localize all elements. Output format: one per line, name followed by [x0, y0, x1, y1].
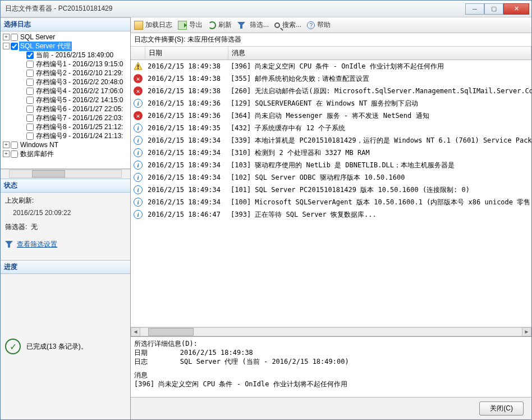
maximize-button[interactable]: ▢ — [484, 3, 503, 15]
row-message: [364] 尚未启动 Messenger 服务 - 将不发送 NetSend 通… — [228, 111, 531, 121]
grid-hscrollbar[interactable]: ◄► — [131, 327, 531, 336]
tree-checkbox[interactable] — [26, 61, 34, 68]
right-panel: 加载日志 导出 刷新 筛选... 搜索... ?帮助 日志文件摘要(S): 未应… — [131, 17, 531, 419]
view-filter-link[interactable]: 查看筛选设置 — [17, 240, 57, 248]
refresh-icon — [208, 21, 216, 29]
tree-hscrollbar[interactable] — [1, 169, 130, 179]
last-refresh-value: 2016/2/15 20:09:22 — [5, 209, 126, 217]
tree-label: 存档编号3 - 2016/2/2 20:48:0 — [35, 77, 124, 87]
tree-checkbox[interactable] — [26, 79, 34, 86]
tree-checkbox[interactable] — [26, 97, 34, 104]
expand-icon[interactable]: + — [3, 141, 10, 148]
minimize-button[interactable]: ─ — [465, 3, 484, 15]
info-icon: i — [134, 148, 143, 157]
progress-text: 已完成(13 条记录)。 — [26, 342, 88, 351]
row-message: [339] 本地计算机是 PC201510181429，运行的是 Windows… — [228, 136, 531, 145]
tree-checkbox[interactable] — [26, 133, 34, 140]
row-date: 2016/2/15 18:46:47 — [145, 211, 228, 218]
row-date: 2016/2/15 18:49:34 — [145, 174, 228, 181]
tree-node[interactable]: 存档编号8 - 2016/1/25 21:12: — [1, 122, 130, 131]
tree-node[interactable]: 存档编号9 - 2016/1/24 21:13: — [1, 131, 130, 140]
row-message: [355] 邮件系统初始化失败；请检查配置设置 — [228, 74, 531, 84]
expand-icon[interactable]: - — [3, 43, 10, 49]
log-tree[interactable]: +SQL Server-SQL Server 代理当前 - 2016/2/15 … — [1, 31, 130, 169]
table-row[interactable]: ✕2016/2/15 18:49:38[260] 无法启动邮件会话(原因: Mi… — [131, 85, 531, 97]
col-date[interactable]: 日期 — [145, 47, 228, 60]
row-date: 2016/2/15 18:49:38 — [145, 87, 228, 95]
expand-icon[interactable]: + — [3, 34, 10, 40]
tree-checkbox[interactable] — [11, 43, 18, 50]
tree-label: 数据库邮件 — [19, 149, 55, 159]
help-button[interactable]: ?帮助 — [307, 20, 331, 30]
search-button[interactable]: 搜索... — [274, 20, 301, 30]
table-row[interactable]: ✕2016/2/15 18:49:36[364] 尚未启动 Messenger … — [131, 109, 531, 122]
search-icon — [274, 22, 280, 28]
row-date: 2016/2/15 18:49:34 — [145, 149, 228, 157]
close-window-button[interactable]: ✕ — [503, 3, 529, 15]
col-icon[interactable] — [131, 47, 145, 60]
tree-node[interactable]: 存档编号6 - 2016/1/27 22:05: — [1, 104, 130, 113]
table-row[interactable]: i2016/2/15 18:49:36[129] SQLSERVERAGENT … — [131, 97, 531, 109]
load-log-button[interactable]: 加载日志 — [134, 20, 172, 30]
tree-checkbox[interactable] — [26, 115, 34, 122]
grid-body[interactable]: 2016/2/15 18:49:38[396] 尚未定义空闲 CPU 条件 - … — [131, 60, 531, 327]
tree-node[interactable]: +Windows NT — [1, 140, 130, 149]
svg-rect-2 — [137, 68, 139, 69]
tree-label: 存档编号4 - 2016/2/2 17:06:0 — [35, 86, 124, 96]
detail-message: [396] 尚未定义空闲 CPU 条件 - OnIdle 作业计划将不起任何作用 — [134, 380, 528, 389]
tree-node[interactable]: 当前 - 2016/2/15 18:49:00 — [1, 51, 130, 60]
tree-checkbox[interactable] — [11, 150, 18, 158]
tree-checkbox[interactable] — [26, 70, 34, 77]
tree-node[interactable]: 存档编号7 - 2016/1/26 22:03: — [1, 113, 130, 122]
row-message: [129] SQLSERVERAGENT 在 Windows NT 服务控制下启… — [228, 99, 531, 108]
tree-node[interactable]: 存档编号2 - 2016/2/10 21:29: — [1, 69, 130, 77]
progress-pane: ✓ 已完成(13 条记录)。 — [1, 274, 130, 420]
error-icon: ✕ — [134, 86, 143, 95]
tree-checkbox[interactable] — [26, 52, 34, 59]
detail-date: 2016/2/15 18:49:38 — [180, 349, 253, 357]
table-row[interactable]: i2016/2/15 18:49:34[310] 检测到 2 个处理器和 332… — [131, 147, 531, 159]
table-row[interactable]: i2016/2/15 18:49:34[103] 驱动程序使用的 NetLib … — [131, 159, 531, 171]
svg-rect-1 — [137, 65, 139, 67]
table-row[interactable]: i2016/2/15 18:49:34[102] SQL Server ODBC… — [131, 171, 531, 184]
col-message[interactable]: 消息 — [228, 47, 531, 60]
tree-node[interactable]: -SQL Server 代理 — [1, 42, 130, 51]
tree-node[interactable]: 存档编号5 - 2016/2/2 14:15:0 — [1, 95, 130, 104]
tree-checkbox[interactable] — [11, 141, 18, 149]
table-row[interactable]: i2016/2/15 18:49:34[339] 本地计算机是 PC201510… — [131, 134, 531, 147]
tree-node[interactable]: +数据库邮件 — [1, 149, 130, 158]
tree-label: 存档编号5 - 2016/2/2 14:15:0 — [35, 95, 124, 105]
titlebar[interactable]: 日志文件查看器 - PC201510181429 ─ ▢ ✕ — [1, 1, 531, 17]
expand-icon[interactable]: + — [3, 150, 10, 157]
tree-label: 当前 - 2016/2/15 18:49:00 — [35, 51, 114, 60]
table-row[interactable]: i2016/2/15 18:49:35[432] 子系统缓存中有 12 个子系统 — [131, 122, 531, 134]
filter-button[interactable]: 筛选... — [237, 20, 269, 30]
tree-checkbox[interactable] — [26, 88, 34, 95]
tree-checkbox[interactable] — [11, 34, 18, 41]
row-message: [393] 正在等待 SQL Server 恢复数据库... — [228, 210, 531, 220]
tree-node[interactable]: 存档编号3 - 2016/2/2 20:48:0 — [1, 77, 130, 86]
tree-node[interactable]: +SQL Server — [1, 33, 130, 42]
status-pane: 上次刷新: 2016/2/15 20:09:22 筛选器: 无 查看筛选设置 — [1, 193, 130, 260]
table-row[interactable]: 2016/2/15 18:49:38[396] 尚未定义空闲 CPU 条件 - … — [131, 60, 531, 72]
tree-checkbox[interactable] — [26, 124, 34, 131]
table-row[interactable]: ✕2016/2/15 18:49:38[355] 邮件系统初始化失败；请检查配置… — [131, 72, 531, 85]
export-icon — [178, 21, 187, 30]
info-icon: i — [134, 136, 143, 145]
refresh-button[interactable]: 刷新 — [208, 20, 232, 30]
grid-header[interactable]: 日期 消息 — [131, 47, 531, 60]
tree-node[interactable]: 存档编号4 - 2016/2/2 17:06:0 — [1, 86, 130, 95]
detail-pane: 所选行详细信息(D): 日期 2016/2/15 18:49:38 日志 SQL… — [131, 336, 531, 397]
tree-checkbox[interactable] — [26, 106, 34, 113]
tree-node[interactable]: 存档编号1 - 2016/2/13 9:15:0 — [1, 60, 130, 69]
progress-header: 进度 — [1, 260, 130, 274]
info-icon: i — [134, 99, 143, 108]
select-log-header: 选择日志 — [1, 17, 130, 31]
row-date: 2016/2/15 18:49:34 — [145, 198, 228, 206]
table-row[interactable]: i2016/2/15 18:49:34[101] SQL Server PC20… — [131, 184, 531, 196]
table-row[interactable]: i2016/2/15 18:49:34[100] Microsoft SQLSe… — [131, 196, 531, 208]
close-button[interactable]: 关闭(C) — [479, 401, 524, 416]
row-message: [102] SQL Server ODBC 驱动程序版本 10.50.1600 — [228, 173, 531, 182]
export-button[interactable]: 导出 — [178, 20, 203, 30]
table-row[interactable]: i2016/2/15 18:46:47[393] 正在等待 SQL Server… — [131, 208, 531, 221]
